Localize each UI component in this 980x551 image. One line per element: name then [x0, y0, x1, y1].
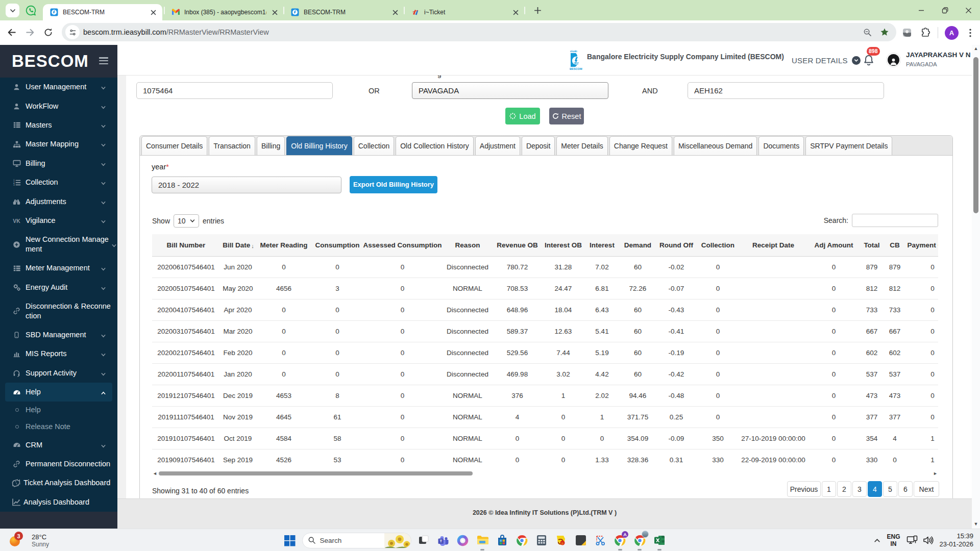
extension-pinned-icon[interactable] [902, 28, 912, 38]
forward-button[interactable] [24, 27, 35, 38]
search-input[interactable] [852, 214, 938, 227]
column-header-consumption[interactable]: Consumption [312, 234, 363, 256]
sidebar-item-master-mapping[interactable]: Master Mapping [0, 135, 117, 154]
user-avatar[interactable] [886, 53, 901, 67]
sidebar-item-permanent-disconnection[interactable]: Permanent Disconnection [0, 455, 117, 473]
sidebar-item-masters[interactable]: Masters [0, 116, 117, 135]
column-header-revenue-ob[interactable]: Revenue OB [493, 234, 542, 256]
task-view-button[interactable] [414, 529, 434, 551]
tab-meter-details[interactable]: Meter Details [556, 136, 607, 155]
column-header-receipt-date[interactable]: Receipt Date [740, 234, 807, 256]
sidebar-item-billing[interactable]: Billing [0, 154, 117, 173]
browser-tab-3[interactable]: BESCOM-TRM [284, 4, 404, 20]
page-button-previous[interactable]: Previous [787, 481, 821, 497]
column-header-collection[interactable]: Collection [696, 234, 740, 256]
page-button-3[interactable]: 3 [852, 481, 867, 497]
tab-change-request[interactable]: Change Request [609, 136, 672, 155]
restore-button[interactable] [933, 0, 957, 20]
sidebar-item-ticket-analysis-dashboard[interactable]: Ticket Analysis Dashboard [0, 473, 117, 492]
table-row[interactable]: 202004107546401Apr 2020000Disconnected64… [152, 299, 938, 320]
bookmark-star-icon[interactable] [880, 28, 889, 37]
sidebar-item-help[interactable]: Help [5, 383, 112, 402]
sidebar-item-collection[interactable]: 123Collection [0, 173, 117, 192]
tab-consumer-details[interactable]: Consumer Details [141, 136, 207, 155]
browser-tab-2[interactable]: Inbox (385) - aaopvgbescom1@ [164, 4, 284, 20]
snipping-tool-button[interactable] [591, 529, 610, 551]
column-header-round-off[interactable]: Round Off [656, 234, 696, 256]
excel-button[interactable] [650, 529, 670, 551]
pinned-tab-whatsapp[interactable] [24, 4, 37, 16]
sidebar-item-adjustments[interactable]: Adjustments [0, 192, 117, 211]
volume-icon[interactable] [923, 536, 934, 545]
tab-search-button[interactable] [6, 4, 19, 17]
sidebar-item-release-note[interactable]: Release Note [0, 418, 117, 435]
extensions-icon[interactable] [920, 28, 930, 38]
sidebar-item-support-activity[interactable]: Support Activity [0, 364, 117, 383]
site-info-button[interactable] [65, 25, 80, 39]
tab-documents[interactable]: Documents [758, 136, 804, 155]
reset-button[interactable]: Reset [549, 108, 584, 124]
table-row[interactable]: 202002107546401Feb 2020000Disconnected52… [152, 342, 938, 363]
tab-adjustment[interactable]: Adjustment [475, 136, 520, 155]
horizontal-scrollbar[interactable]: ◄ ► [152, 470, 938, 477]
column-header-interest[interactable]: Interest [585, 234, 619, 256]
network-icon[interactable] [906, 535, 918, 545]
column-header-interest-ob[interactable]: Interest OB [542, 234, 585, 256]
sidebar-item-meter-management[interactable]: Meter Management [0, 259, 117, 278]
tab-billing[interactable]: Billing [257, 136, 285, 155]
weather-widget[interactable]: 3 28°C Sunny [9, 529, 49, 551]
page-button-next[interactable]: Next [914, 481, 939, 497]
tab-srtpv-payment-details[interactable]: SRTPV Payment Details [805, 136, 892, 155]
chrome-profile-a-button[interactable]: A [610, 529, 630, 551]
scroll-up-arrow[interactable]: ▲ [972, 46, 980, 51]
tab-transaction[interactable]: Transaction [209, 136, 255, 155]
address-bar[interactable]: bescom.trm.ieasybill.com/RRMasterView/RR… [62, 23, 896, 41]
table-row[interactable]: 201911107546401Nov 20194645610NORMAL4013… [152, 406, 938, 428]
column-header-reason[interactable]: Reason [442, 234, 493, 256]
microsoft-store-button[interactable] [493, 529, 512, 551]
year-select[interactable]: 2018 - 2022 [152, 177, 341, 193]
scroll-right-arrow[interactable]: ► [933, 471, 938, 476]
tray-chevron-up-icon[interactable] [874, 537, 880, 544]
table-row[interactable]: 202001107546401Jan 2020000Disconnected46… [152, 363, 938, 385]
calculator-button[interactable] [532, 529, 552, 551]
language-indicator[interactable]: ENG IN [887, 533, 900, 547]
horizontal-scrollbar-thumb[interactable] [159, 471, 473, 475]
page-button-4[interactable]: 4 [868, 481, 882, 497]
copilot-button[interactable] [453, 529, 473, 551]
chrome-button[interactable] [512, 529, 532, 551]
tab-miscellaneous-demand[interactable]: Miscellaneous Demand [674, 136, 757, 155]
nudi-app-button[interactable]: ಡಿ [551, 529, 571, 551]
column-header-payment-count[interactable]: Payment Count [906, 234, 938, 256]
account-id-input[interactable] [688, 82, 884, 99]
sidebar-item-analysis-dashboard[interactable]: Analysis Dashboard [0, 493, 117, 512]
table-row[interactable]: 201909107546401Sep 20194526530NORMAL001.… [152, 449, 938, 470]
column-header-meter-reading[interactable]: Meter Reading [256, 234, 312, 256]
tab-old-collection-history[interactable]: Old Collection History [396, 136, 474, 155]
sidebar-item-vigilance[interactable]: VKVigilance [0, 211, 117, 230]
column-header-assessed-consumption[interactable]: Assessed Consumption [363, 234, 442, 256]
sidebar-item-crm[interactable]: CRM [0, 435, 117, 454]
user-details-dropdown[interactable]: USER DETAILS [792, 45, 861, 76]
tab-old-billing-history[interactable]: Old Billing History [286, 136, 352, 155]
browser-tab-1[interactable]: BESCOM-TRM [43, 4, 162, 20]
table-row[interactable]: 201910107546401Oct 20194584580NORMAL0003… [152, 428, 938, 449]
sidebar-item-user-management[interactable]: User Management [0, 78, 117, 96]
sidebar-item-energy-audit[interactable]: Energy Audit [0, 278, 117, 297]
column-header-demand[interactable]: Demand [619, 234, 656, 256]
tab-close-button[interactable] [149, 8, 157, 16]
page-button-2[interactable]: 2 [837, 481, 851, 497]
notes-app-button[interactable] [571, 529, 591, 551]
export-old-billing-history-button[interactable]: Export Old Billing History [350, 176, 437, 193]
rr-number-input[interactable] [136, 82, 333, 99]
sidebar-item-sbd-management[interactable]: SBD Management [0, 325, 117, 344]
taskbar-search[interactable]: Search [302, 533, 411, 548]
page-button-6[interactable]: 6 [898, 481, 913, 497]
sidebar-item-mis-reports[interactable]: MIS Reports [0, 344, 117, 363]
page-button-5[interactable]: 5 [883, 481, 897, 497]
scroll-left-arrow[interactable]: ◄ [153, 471, 157, 476]
sidebar-item-new-connection-management[interactable]: New Connection Management [0, 230, 117, 259]
column-header-bill-date[interactable]: Bill Date↓ [220, 234, 256, 256]
hamburger-menu-icon[interactable] [99, 57, 108, 64]
sidebar-item-help[interactable]: Help [0, 402, 117, 418]
